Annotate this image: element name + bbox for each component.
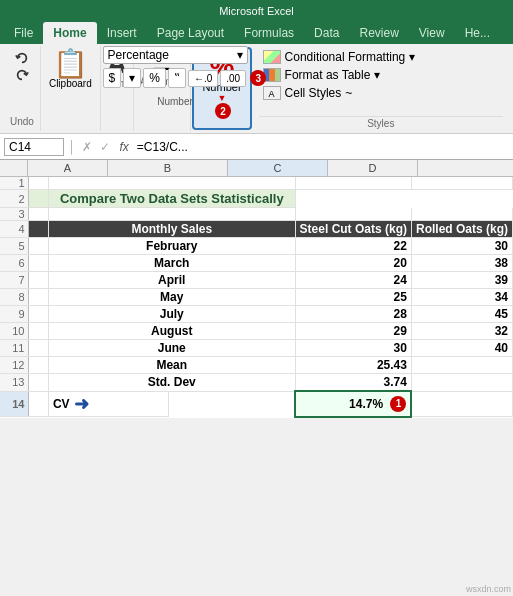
cell-9b[interactable]: July bbox=[48, 306, 295, 323]
cell-13d[interactable] bbox=[411, 374, 512, 392]
cell-8c[interactable]: 25 bbox=[295, 289, 411, 306]
cell-3c[interactable] bbox=[295, 208, 411, 221]
table-row: 12 Mean 25.43 bbox=[0, 357, 513, 374]
tab-view[interactable]: View bbox=[409, 22, 455, 44]
clipboard-group: 📋 Clipboard bbox=[41, 46, 101, 131]
decrease-decimal-button[interactable]: ←.0 bbox=[188, 70, 218, 87]
column-headers: A B C D bbox=[0, 160, 513, 177]
cell-1c[interactable] bbox=[295, 177, 411, 190]
formula-ok-icon[interactable]: ✓ bbox=[98, 140, 112, 154]
undo-button[interactable] bbox=[11, 50, 33, 66]
spreadsheet: A B C D 1 2 Compare Two Data Sets Statis… bbox=[0, 160, 513, 418]
tab-file[interactable]: File bbox=[4, 22, 43, 44]
header-rolled-oats[interactable]: Rolled Oats (kg) bbox=[411, 221, 512, 238]
tab-page-layout[interactable]: Page Layout bbox=[147, 22, 234, 44]
tab-home[interactable]: Home bbox=[43, 22, 96, 44]
row-num-11: 11 bbox=[0, 340, 28, 357]
cell-14b-cv-label[interactable]: CV ➜ bbox=[49, 392, 169, 417]
redo-button[interactable] bbox=[11, 67, 33, 83]
cell-7a[interactable] bbox=[28, 272, 48, 289]
cell-3b[interactable] bbox=[48, 208, 295, 221]
cell-13b[interactable]: Std. Dev bbox=[48, 374, 295, 392]
row-num-10: 10 bbox=[0, 323, 28, 340]
cell-12b[interactable]: Mean bbox=[48, 357, 295, 374]
cell-2a[interactable] bbox=[28, 190, 48, 208]
table-row: 5 February 22 30 bbox=[0, 238, 513, 255]
table-row: 1 bbox=[0, 177, 513, 190]
cell-6c[interactable]: 20 bbox=[295, 255, 411, 272]
tab-formulas[interactable]: Formulas bbox=[234, 22, 304, 44]
cell-1d[interactable] bbox=[411, 177, 512, 190]
watermark: wsxdn.com bbox=[466, 584, 511, 594]
cell-10a[interactable] bbox=[28, 323, 48, 340]
increase-decimal-button[interactable]: .00 bbox=[220, 70, 246, 87]
table-row: 4 Monthly Sales Steel Cut Oats (kg) Roll… bbox=[0, 221, 513, 238]
clipboard-label: Clipboard bbox=[49, 78, 92, 89]
cell-7c[interactable]: 24 bbox=[295, 272, 411, 289]
cell-8b[interactable]: May bbox=[48, 289, 295, 306]
cell-9d[interactable]: 45 bbox=[411, 306, 512, 323]
dollar-button[interactable]: $ bbox=[103, 68, 122, 88]
cell-6d[interactable]: 38 bbox=[411, 255, 512, 272]
format-as-table-arrow: ▾ bbox=[374, 68, 380, 82]
cell-9a[interactable] bbox=[28, 306, 48, 323]
cell-11d[interactable]: 40 bbox=[411, 340, 512, 357]
cell-8a[interactable] bbox=[28, 289, 48, 306]
format-as-table-button[interactable]: Format as Table ▾ bbox=[259, 66, 503, 84]
cell-7b[interactable]: April bbox=[48, 272, 295, 289]
number-format-dropdown[interactable]: Percentage ▾ bbox=[103, 46, 248, 64]
cell-1b[interactable] bbox=[48, 177, 295, 190]
ribbon-tabs: File Home Insert Page Layout Formulas Da… bbox=[0, 22, 513, 44]
header-steel-oats[interactable]: Steel Cut Oats (kg) bbox=[295, 221, 411, 238]
cell-6a[interactable] bbox=[28, 255, 48, 272]
formula-input[interactable] bbox=[137, 140, 509, 154]
cell-10c[interactable]: 29 bbox=[295, 323, 411, 340]
cell-8d[interactable]: 34 bbox=[411, 289, 512, 306]
tab-help[interactable]: He... bbox=[455, 22, 500, 44]
cell-7d[interactable]: 39 bbox=[411, 272, 512, 289]
cell-12d[interactable] bbox=[411, 357, 512, 374]
cell-13a[interactable] bbox=[28, 374, 48, 392]
cell-styles-label: Cell Styles bbox=[285, 86, 342, 100]
table-row: 2 Compare Two Data Sets Statistically bbox=[0, 190, 513, 208]
cell-10d[interactable]: 32 bbox=[411, 323, 512, 340]
cell-12a[interactable] bbox=[28, 357, 48, 374]
dollar-dropdown[interactable]: ▾ bbox=[123, 68, 141, 88]
cell-13c[interactable]: 3.74 bbox=[295, 374, 411, 392]
percent-button[interactable]: % bbox=[143, 68, 166, 88]
cell-3d[interactable] bbox=[411, 208, 512, 221]
cell-14d[interactable] bbox=[411, 391, 512, 417]
tab-data[interactable]: Data bbox=[304, 22, 349, 44]
tab-insert[interactable]: Insert bbox=[97, 22, 147, 44]
comma-button[interactable]: ‟ bbox=[168, 68, 186, 88]
cell-3a[interactable] bbox=[28, 208, 48, 221]
tab-review[interactable]: Review bbox=[349, 22, 408, 44]
row-num-3: 3 bbox=[0, 208, 28, 221]
cell-11c[interactable]: 30 bbox=[295, 340, 411, 357]
cell-5b[interactable]: February bbox=[48, 238, 295, 255]
cell-12c[interactable]: 25.43 bbox=[295, 357, 411, 374]
cell-6b[interactable]: March bbox=[48, 255, 295, 272]
formula-check-icon[interactable]: ✗ bbox=[80, 140, 94, 154]
header-monthly-sales[interactable]: Monthly Sales bbox=[48, 221, 295, 238]
name-box[interactable] bbox=[4, 138, 64, 156]
cell-11a[interactable] bbox=[28, 340, 48, 357]
cell-10b[interactable]: August bbox=[48, 323, 295, 340]
cell-11b[interactable]: June bbox=[48, 340, 295, 357]
cell-14c-selected[interactable]: 14.7% 1 bbox=[295, 391, 411, 417]
cell-14a[interactable] bbox=[28, 391, 48, 417]
table-row: 3 bbox=[0, 208, 513, 221]
row-num-8: 8 bbox=[0, 289, 28, 306]
conditional-formatting-button[interactable]: Conditional Formatting ▾ bbox=[259, 48, 503, 66]
cell-5c[interactable]: 22 bbox=[295, 238, 411, 255]
cell-4a[interactable] bbox=[28, 221, 48, 238]
cell-1a[interactable] bbox=[28, 177, 48, 190]
cell-9c[interactable]: 28 bbox=[295, 306, 411, 323]
clipboard-button[interactable]: 📋 Clipboard bbox=[49, 50, 92, 89]
cell-5a[interactable] bbox=[28, 238, 48, 255]
table-row: 14 CV ➜ 14.7% 1 bbox=[0, 391, 513, 417]
cell-styles-button[interactable]: A Cell Styles ~ bbox=[259, 84, 503, 102]
title-cell[interactable]: Compare Two Data Sets Statistically bbox=[48, 190, 295, 208]
row-num-6: 6 bbox=[0, 255, 28, 272]
cell-5d[interactable]: 30 bbox=[411, 238, 512, 255]
